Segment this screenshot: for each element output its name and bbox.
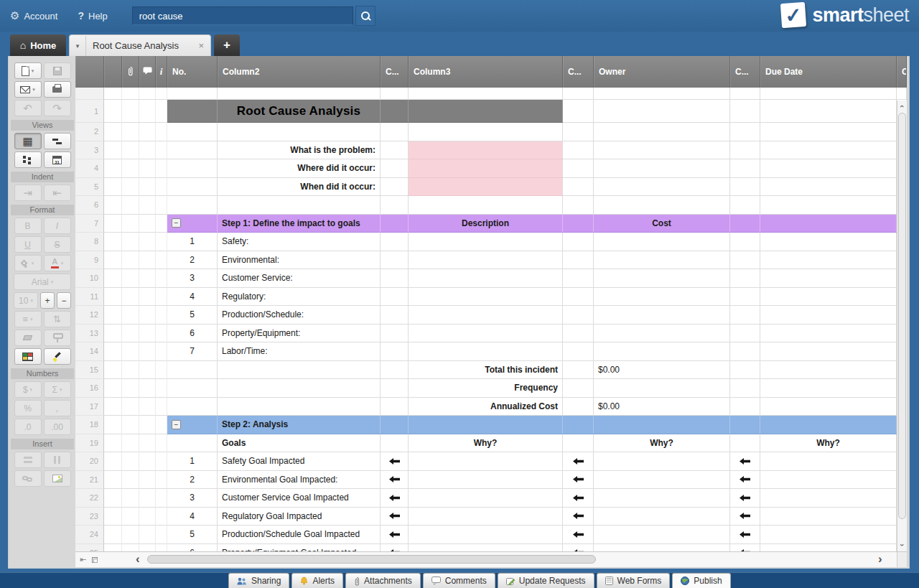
cell[interactable] <box>156 398 167 416</box>
cell[interactable]: When did it occur: <box>218 178 381 197</box>
cell[interactable] <box>381 288 409 307</box>
cell[interactable] <box>409 141 563 160</box>
cell[interactable] <box>760 342 897 361</box>
new-item-button[interactable]: ▾ <box>14 62 42 79</box>
collapse-row-button[interactable]: − <box>172 420 181 429</box>
cell[interactable] <box>104 306 122 325</box>
cell[interactable] <box>409 342 563 361</box>
cell[interactable] <box>104 434 122 453</box>
decimal-decrease-button[interactable]: .0 <box>14 419 42 435</box>
cell[interactable] <box>594 526 730 544</box>
undo-button[interactable]: ↶ <box>14 100 42 116</box>
info-column-header[interactable]: i <box>156 56 167 88</box>
help-menu[interactable]: ? Help <box>78 10 107 22</box>
email-button[interactable]: ▾ <box>14 81 42 98</box>
cell[interactable] <box>122 379 139 398</box>
outdent-button[interactable]: ⇤ <box>44 185 71 201</box>
cell[interactable] <box>563 526 594 544</box>
cell[interactable] <box>156 452 167 471</box>
cell[interactable] <box>381 159 409 178</box>
cell[interactable]: Environmental Goal Impacted: <box>218 471 381 490</box>
cell[interactable] <box>156 361 167 380</box>
cell[interactable] <box>381 398 409 416</box>
cell[interactable] <box>156 178 167 197</box>
scroll-to-start-button[interactable]: ⇤ <box>78 554 88 565</box>
cell[interactable] <box>594 471 730 490</box>
cell[interactable] <box>122 123 139 141</box>
cell[interactable] <box>594 196 730 215</box>
cell[interactable] <box>122 178 139 197</box>
cell[interactable] <box>409 269 563 288</box>
cell[interactable]: Total this incident <box>409 361 563 380</box>
cell[interactable] <box>594 489 730 508</box>
cell[interactable] <box>218 123 381 141</box>
cell[interactable] <box>594 233 730 251</box>
cell[interactable] <box>594 269 730 288</box>
cell[interactable] <box>104 398 122 416</box>
cell[interactable] <box>563 251 594 270</box>
cell[interactable] <box>409 508 563 526</box>
cell[interactable] <box>760 306 897 325</box>
cell[interactable] <box>167 178 218 197</box>
cell[interactable]: Why? <box>760 434 897 453</box>
cell[interactable] <box>139 100 156 123</box>
row-number[interactable]: 22 <box>75 489 104 508</box>
grid-view-button[interactable]: ▦ <box>14 133 42 149</box>
cell[interactable] <box>156 471 167 490</box>
cell[interactable] <box>139 251 156 270</box>
cell[interactable] <box>563 100 594 123</box>
cell[interactable] <box>409 88 563 100</box>
cell[interactable] <box>104 452 122 471</box>
cell[interactable] <box>409 251 563 270</box>
cell[interactable] <box>139 398 156 416</box>
row-number[interactable]: 7 <box>75 215 104 233</box>
column-header-due[interactable]: Due Date <box>760 56 897 88</box>
cell[interactable] <box>730 196 760 215</box>
cell[interactable] <box>730 88 760 100</box>
column-header-c4[interactable]: C <box>897 56 907 88</box>
cell[interactable] <box>139 233 156 251</box>
bold-button[interactable]: B <box>14 218 42 234</box>
cell[interactable] <box>730 325 760 343</box>
cell[interactable] <box>139 416 156 434</box>
cell[interactable] <box>122 544 139 552</box>
calendar-view-button[interactable]: 31 <box>44 151 71 168</box>
cell[interactable] <box>760 123 897 141</box>
cell[interactable] <box>594 325 730 343</box>
row-number[interactable]: 21 <box>75 471 104 490</box>
underline-button[interactable]: U <box>14 236 42 253</box>
cell[interactable]: Safety Goal Impacted <box>218 452 381 471</box>
scroll-right-button[interactable]: › <box>878 552 882 566</box>
cell[interactable] <box>760 251 897 270</box>
new-tab-button[interactable]: + <box>214 34 240 56</box>
cell[interactable] <box>594 178 730 197</box>
cell[interactable] <box>139 178 156 197</box>
cell[interactable] <box>381 379 409 398</box>
font-size-select[interactable]: 10▾ <box>14 292 38 309</box>
cell[interactable] <box>563 471 594 490</box>
cell[interactable] <box>381 508 409 526</box>
cell[interactable] <box>139 452 156 471</box>
cell[interactable] <box>104 325 122 343</box>
cell[interactable] <box>122 452 139 471</box>
bottom-tab-web-forms[interactable]: Web Forms <box>597 573 671 588</box>
cell[interactable]: 5 <box>167 526 218 544</box>
bottom-tab-sharing[interactable]: Sharing <box>228 573 289 588</box>
cell[interactable] <box>760 269 897 288</box>
cell[interactable] <box>156 251 167 270</box>
row-number[interactable]: 11 <box>75 288 104 307</box>
cell[interactable]: 1 <box>167 233 218 251</box>
scroll-left-button[interactable]: ‹ <box>136 552 140 566</box>
horizontal-scrollbar[interactable]: ⇤ ‹ › <box>75 551 907 567</box>
cell[interactable] <box>139 544 156 552</box>
cell[interactable]: Regulatory Goal Impacted <box>218 508 381 526</box>
cell[interactable] <box>730 233 760 251</box>
clear-format-button[interactable] <box>14 330 42 346</box>
cell[interactable] <box>104 342 122 361</box>
cell[interactable] <box>563 361 594 380</box>
cell[interactable] <box>760 398 897 416</box>
row-number[interactable]: 6 <box>75 196 104 215</box>
cell[interactable] <box>156 269 167 288</box>
cell[interactable] <box>104 178 122 197</box>
cell[interactable] <box>139 306 156 325</box>
